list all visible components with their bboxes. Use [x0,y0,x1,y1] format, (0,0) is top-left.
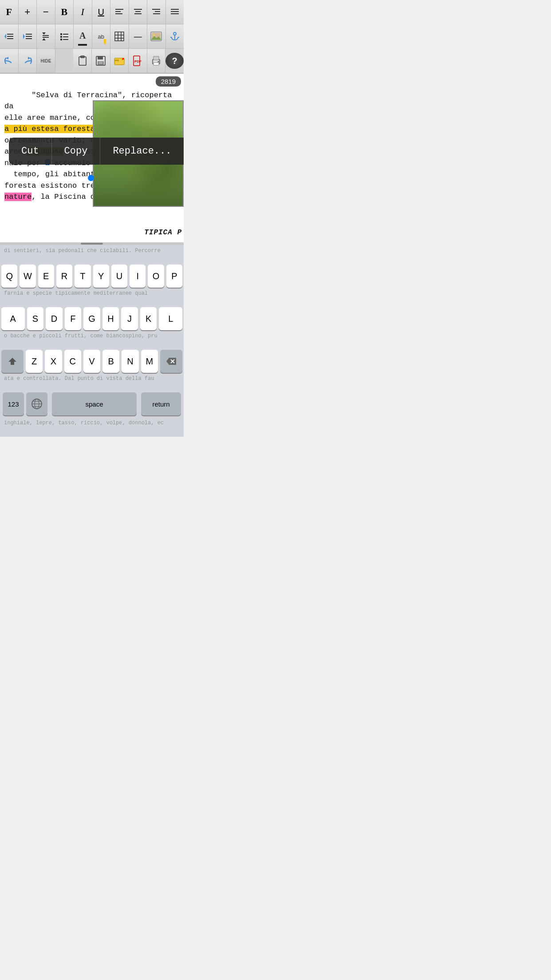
undo-icon [3,56,15,66]
key-w[interactable]: W [20,265,35,288]
save-icon [96,56,106,66]
dedent-button[interactable] [0,24,19,48]
clipboard-button[interactable] [73,49,92,73]
svg-marker-62 [8,358,16,365]
key-l[interactable]: L [159,307,182,330]
key-z[interactable]: Z [26,350,43,373]
ghost-row-7: inghiale, lepre, tasso, riccio, volpe, d… [1,420,182,437]
key-b[interactable]: B [102,350,119,373]
copy-button[interactable]: Copy [52,138,101,165]
key-m[interactable]: M [141,350,158,373]
svg-rect-60 [153,63,159,65]
keyboard: di sentieri, sia pedonali che ciclabili.… [0,245,184,437]
increase-font-button[interactable]: + [19,0,37,24]
key-p[interactable]: P [166,265,182,288]
svg-rect-30 [104,39,106,43]
key-r[interactable]: R [56,265,72,288]
font-button[interactable]: F [0,0,19,24]
keyboard-row-asdf: A S D F G H J K L [1,307,182,330]
table-button[interactable] [110,24,129,48]
line-spacing-button[interactable] [37,24,55,48]
spacer-1 [55,49,74,73]
key-q[interactable]: Q [1,265,17,288]
replace-button[interactable]: Replace... [100,138,184,165]
text-color-button[interactable]: A [74,24,92,48]
text-middle: o [4,136,9,145]
help-button[interactable]: ? [165,53,184,69]
print-icon [151,56,161,66]
align-left-button[interactable] [110,0,129,24]
indent-icon [22,32,33,41]
open-icon [114,56,125,66]
highlight-button[interactable]: ab [92,24,111,48]
highlight-pencil-icon [102,39,109,45]
divider-button[interactable]: — [129,24,148,48]
save-button[interactable] [92,49,110,73]
list-button[interactable] [55,24,74,48]
key-e[interactable]: E [38,265,54,288]
undo-button[interactable] [0,49,19,73]
svg-rect-7 [155,11,160,12]
align-right-icon [151,7,161,17]
open-button[interactable] [110,49,129,73]
redo-button[interactable] [19,49,37,73]
key-t[interactable]: T [75,265,91,288]
svg-rect-27 [63,36,68,37]
key-g[interactable]: G [83,307,100,330]
justify-button[interactable] [166,0,184,24]
globe-key[interactable] [26,392,47,415]
hide-button[interactable]: HIDE [37,49,55,73]
key-x[interactable]: X [45,350,62,373]
italic-button[interactable]: I [74,0,92,24]
svg-text:PDF: PDF [134,59,142,63]
key-u[interactable]: U [111,265,127,288]
pdf-button[interactable]: PDF [129,49,147,73]
svg-rect-5 [134,13,142,14]
key-h[interactable]: H [102,307,119,330]
toolbar-row-1: F + − B I U [0,0,184,24]
key-j[interactable]: J [121,307,138,330]
align-center-button[interactable] [129,0,148,24]
key-o[interactable]: O [148,265,164,288]
clipboard-icon [78,55,87,66]
space-key[interactable]: space [52,392,137,415]
anchor-button[interactable] [166,24,184,48]
image-button[interactable] [147,24,166,48]
svg-marker-63 [166,358,176,365]
key-k[interactable]: K [140,307,157,330]
svg-rect-29 [63,39,68,40]
key-v[interactable]: V [83,350,100,373]
indent-button[interactable] [19,24,37,48]
align-center-icon [133,7,143,17]
key-i[interactable]: I [130,265,146,288]
key-d[interactable]: D [46,307,63,330]
print-button[interactable] [147,49,166,73]
decrease-font-button[interactable]: − [37,0,55,24]
numbers-key[interactable]: 123 [3,392,24,415]
delete-icon [166,357,177,365]
shift-key[interactable] [1,350,24,373]
key-s[interactable]: S [27,307,44,330]
line-spacing-icon [41,32,51,41]
bold-button[interactable]: B [55,0,74,24]
cut-button[interactable]: Cut [9,138,52,165]
table-icon [114,32,124,41]
delete-key[interactable] [160,350,182,373]
anchor-icon [170,32,180,41]
keyboard-bottom-row: 123 space return [1,392,182,415]
key-y[interactable]: Y [93,265,109,288]
keyboard-row-qwerty: Q W E R T Y U I O P [1,265,182,288]
svg-rect-50 [99,62,102,64]
app-container: F + − B I U [0,0,184,437]
return-key[interactable]: return [141,392,181,415]
selection-handle-end[interactable] [88,175,94,181]
svg-rect-8 [153,13,160,14]
key-c[interactable]: C [64,350,81,373]
document-area[interactable]: Cut Copy Replace... ▶ "Selva di Terracin… [0,74,184,242]
align-right-button[interactable] [147,0,166,24]
key-a[interactable]: A [1,307,25,330]
underline-button[interactable]: U [92,0,111,24]
key-n[interactable]: N [122,350,138,373]
text-highlighted-pink: nature [4,193,31,201]
key-f[interactable]: F [65,307,82,330]
